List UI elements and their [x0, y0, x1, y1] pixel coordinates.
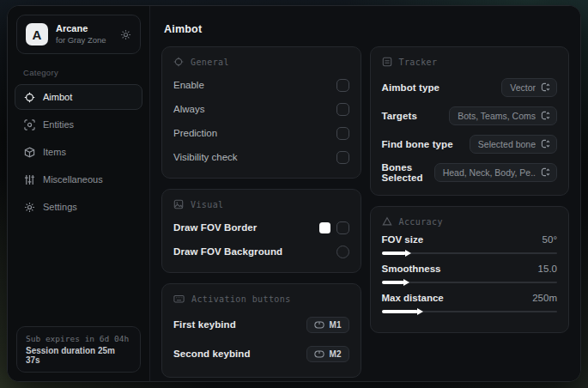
- keybind-value: M1: [330, 320, 342, 330]
- crosshair-icon: [24, 92, 35, 103]
- accuracy-card: Accuracy FOV size 50° Smoothness: [370, 206, 570, 333]
- chevrons-up-down-icon: [541, 82, 550, 92]
- fov-size-slider[interactable]: [382, 252, 558, 255]
- sidebar-item-label: Items: [43, 147, 66, 157]
- sidebar-nav: Aimbot Entities Items: [8, 81, 149, 223]
- sidebar-item-items[interactable]: Items: [15, 139, 142, 165]
- page-title: Aimbot: [164, 23, 569, 35]
- draw-fov-border-checkbox[interactable]: [336, 221, 349, 234]
- keybind-value: M2: [330, 349, 342, 359]
- first-keybind-button[interactable]: M1: [306, 317, 349, 333]
- tracker-card: Tracker Aimbot type Vector: [370, 46, 570, 196]
- prediction-checkbox[interactable]: [336, 127, 349, 140]
- sidebar-item-label: Entities: [43, 119, 74, 130]
- card-title: Accuracy: [399, 217, 443, 227]
- mouse-icon: [314, 321, 324, 329]
- slider-row-smoothness: Smoothness 15.0: [382, 264, 558, 284]
- chevrons-up-down-icon: [541, 167, 550, 177]
- visual-card: Visual Draw FOV Border Draw FOV Backgrou…: [161, 189, 361, 273]
- mouse-icon: [314, 350, 324, 358]
- setting-row-first-keybind: First keybind M1: [173, 312, 349, 337]
- always-checkbox[interactable]: [336, 103, 349, 116]
- app-name: Arcane: [56, 23, 112, 35]
- app-window: A Arcane for Gray Zone Category: [7, 5, 581, 382]
- sidebar-item-label: Miscellaneous: [43, 174, 103, 185]
- general-card: General Enable Always Prediction: [161, 46, 361, 179]
- setting-row-bones-selected: Bones Selected Head, Neck, Body, Pe..: [382, 160, 558, 185]
- sidebar: A Arcane for Gray Zone Category: [8, 6, 150, 381]
- fov-border-color-swatch[interactable]: [319, 222, 330, 233]
- activation-buttons-card: Activation buttons First keybind M1: [161, 283, 361, 378]
- sidebar-item-label: Aimbot: [43, 92, 72, 102]
- targets-select[interactable]: Bots, Teams, Coms: [449, 106, 557, 125]
- aimbot-type-select[interactable]: Vector: [501, 78, 557, 97]
- app-logo-card: A Arcane for Gray Zone: [16, 15, 141, 54]
- gear-icon: [24, 202, 35, 213]
- setting-label: Targets: [382, 111, 417, 121]
- card-title: General: [191, 58, 229, 67]
- box-icon: [24, 147, 35, 158]
- select-value: Bots, Teams, Coms: [458, 111, 536, 121]
- sidebar-item-entities[interactable]: Entities: [15, 112, 142, 137]
- card-title: Tracker: [399, 58, 438, 67]
- right-column: Tracker Aimbot type Vector: [370, 46, 570, 333]
- setting-row-enable: Enable: [173, 75, 349, 95]
- slider-fill: [382, 252, 407, 255]
- sidebar-item-label: Settings: [43, 202, 77, 212]
- gear-icon[interactable]: [120, 29, 131, 40]
- sidebar-item-miscellaneous[interactable]: Miscellaneous: [15, 167, 142, 192]
- draw-fov-background-checkbox[interactable]: [336, 246, 349, 258]
- sidebar-spacer: [8, 223, 149, 318]
- setting-label: Enable: [173, 80, 204, 90]
- setting-label: Prediction: [173, 128, 217, 138]
- keyboard-icon: [173, 294, 185, 304]
- slider-fill: [382, 310, 419, 313]
- setting-label: Smoothness: [382, 264, 441, 274]
- setting-row-second-keybind: Second keybind M2: [173, 341, 349, 367]
- setting-row-visibility-check: Visibility check: [173, 147, 349, 167]
- slider-value: 250m: [532, 293, 557, 303]
- sidebar-item-settings[interactable]: Settings: [15, 194, 142, 220]
- find-bone-type-select[interactable]: Selected bone: [470, 135, 557, 154]
- triangle-icon: [382, 216, 392, 227]
- left-column: General Enable Always Prediction: [161, 46, 361, 378]
- slider-value: 50°: [543, 234, 557, 245]
- main-content: Aimbot General Enable: [150, 6, 580, 381]
- smoothness-slider[interactable]: [382, 281, 558, 284]
- enable-checkbox[interactable]: [336, 79, 349, 92]
- image-icon: [173, 199, 184, 209]
- select-value: Selected bone: [478, 139, 536, 149]
- setting-label: Visibility check: [173, 152, 238, 162]
- setting-row-always: Always: [173, 99, 349, 119]
- slider-row-fov-size: FOV size 50°: [382, 234, 558, 255]
- list-box-icon: [382, 57, 392, 67]
- setting-row-targets: Targets Bots, Teams, Coms: [382, 103, 558, 128]
- second-keybind-button[interactable]: M2: [306, 346, 349, 362]
- max-distance-slider[interactable]: [382, 310, 558, 313]
- app-subtitle: for Gray Zone: [56, 35, 112, 45]
- slider-row-max-distance: Max distance 250m: [382, 293, 558, 313]
- setting-label: Bones Selected: [382, 162, 434, 183]
- visibility-check-checkbox[interactable]: [336, 151, 349, 164]
- setting-row-aimbot-type: Aimbot type Vector: [382, 75, 558, 100]
- bones-selected-select[interactable]: Head, Neck, Body, Pe..: [434, 163, 557, 182]
- card-title: Visual: [191, 200, 224, 209]
- setting-label: First keybind: [173, 319, 236, 330]
- select-value: Vector: [510, 82, 536, 93]
- setting-label: Draw FOV Background: [173, 246, 282, 257]
- select-value: Head, Neck, Body, Pe..: [443, 167, 536, 178]
- crosshair-icon: [173, 57, 184, 67]
- setting-label: Find bone type: [382, 139, 453, 149]
- slider-fill: [382, 281, 405, 284]
- app-logo: A: [26, 23, 48, 45]
- scan-icon: [24, 119, 35, 130]
- sidebar-item-aimbot[interactable]: Aimbot: [15, 84, 142, 110]
- setting-label: Aimbot type: [382, 82, 440, 93]
- setting-label: Max distance: [382, 293, 444, 303]
- setting-row-prediction: Prediction: [173, 123, 349, 143]
- setting-row-draw-fov-border: Draw FOV Border: [173, 217, 349, 238]
- setting-label: Draw FOV Border: [173, 222, 257, 233]
- category-label: Category: [8, 59, 149, 81]
- setting-label: FOV size: [382, 234, 424, 245]
- slider-value: 15.0: [538, 264, 557, 274]
